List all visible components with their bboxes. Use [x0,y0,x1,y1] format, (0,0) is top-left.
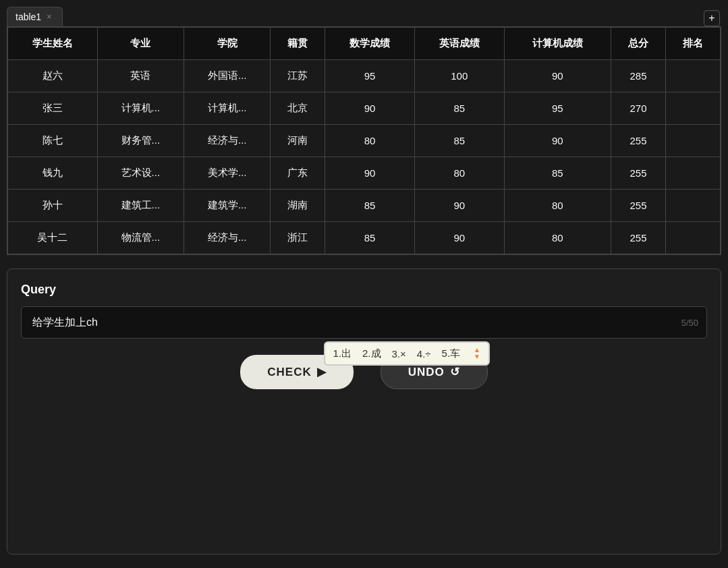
cell-5-5: 90 [414,222,504,254]
cell-4-2: 建筑学... [184,190,270,222]
cell-5-3: 浙江 [271,222,325,254]
undo-icon: ↺ [450,365,460,379]
col-header-college: 学院 [184,28,270,60]
cell-0-0: 赵六 [8,60,98,92]
query-input-wrapper: 5/50 [21,306,707,339]
cell-2-8 [665,125,720,157]
autocomplete-popup: 1.出 2.成 3.× 4.÷ 5.车 ▲ ▼ [324,341,490,366]
table-container: 学生姓名 专业 学院 籍贯 数学成绩 英语成绩 计算机成绩 总分 排名 赵六英语… [7,26,721,255]
cell-2-2: 经济与... [184,125,270,157]
cell-2-6: 90 [504,125,611,157]
cell-0-6: 90 [504,60,611,92]
char-count: 5/50 [681,318,698,328]
cell-5-6: 80 [504,222,611,254]
col-header-cs: 计算机成绩 [504,28,611,60]
cell-0-3: 江苏 [271,60,325,92]
cell-3-1: 艺术设... [97,157,184,190]
query-input[interactable] [32,316,666,329]
cell-1-5: 85 [414,92,504,125]
cell-3-5: 80 [414,157,504,190]
table-row: 钱九艺术设...美术学...广东908085255 [8,157,721,190]
col-header-rank: 排名 [665,28,720,60]
cell-3-4: 90 [325,157,415,190]
cell-3-8 [665,157,720,190]
cell-1-7: 270 [611,92,666,125]
undo-label: UNDO [408,366,445,379]
autocomplete-option-1[interactable]: 1.出 [333,347,352,360]
cell-3-7: 255 [611,157,666,190]
main-content: 学生姓名 专业 学院 籍贯 数学成绩 英语成绩 计算机成绩 总分 排名 赵六英语… [0,26,728,568]
cell-2-5: 85 [414,125,504,157]
cell-1-8 [665,92,720,125]
data-table: 学生姓名 专业 学院 籍贯 数学成绩 英语成绩 计算机成绩 总分 排名 赵六英语… [7,27,721,254]
cell-5-1: 物流管... [97,222,184,254]
table-row: 孙十建筑工...建筑学...湖南859080255 [8,190,721,222]
cell-1-1: 计算机... [97,92,184,125]
cell-5-0: 吴十二 [8,222,98,254]
cell-0-7: 285 [611,60,666,92]
cell-1-3: 北京 [271,92,325,125]
cell-0-5: 100 [414,60,504,92]
cell-4-6: 80 [504,190,611,222]
cell-2-0: 陈七 [8,125,98,157]
cell-4-8 [665,190,720,222]
cell-2-7: 255 [611,125,666,157]
cell-4-7: 255 [611,190,666,222]
col-header-major: 专业 [97,28,184,60]
cell-0-8 [665,60,720,92]
autocomplete-option-5[interactable]: 5.车 [442,347,461,360]
cell-3-3: 广东 [271,157,325,190]
cell-4-1: 建筑工... [97,190,184,222]
col-header-math: 数学成绩 [325,28,415,60]
tab-bar: table1 × + [0,0,728,26]
close-icon[interactable]: × [47,12,51,22]
cell-3-0: 钱九 [8,157,98,190]
cell-5-8 [665,222,720,254]
cell-5-4: 85 [325,222,415,254]
cell-3-2: 美术学... [184,157,270,190]
col-header-name: 学生姓名 [8,28,98,60]
check-label: CHECK [267,366,311,379]
query-label: Query [21,283,707,297]
cell-1-2: 计算机... [184,92,270,125]
cell-5-2: 经济与... [184,222,270,254]
cell-2-3: 河南 [271,125,325,157]
cell-1-4: 90 [325,92,415,125]
check-icon: ▶ [317,365,327,379]
cell-4-4: 85 [325,190,415,222]
table-row: 赵六英语外国语...江苏9510090285 [8,60,721,92]
table-row: 陈七财务管...经济与...河南808590255 [8,125,721,157]
table-header-row: 学生姓名 专业 学院 籍贯 数学成绩 英语成绩 计算机成绩 总分 排名 [8,28,721,60]
cell-5-7: 255 [611,222,666,254]
cell-3-6: 85 [504,157,611,190]
tab-table1[interactable]: table1 × [7,7,63,26]
autocomplete-option-3[interactable]: 3.× [392,348,406,360]
cell-0-4: 95 [325,60,415,92]
cell-4-3: 湖南 [271,190,325,222]
cell-0-2: 外国语... [184,60,270,92]
table-row: 张三计算机...计算机...北京908595270 [8,92,721,125]
cell-2-1: 财务管... [97,125,184,157]
cell-2-4: 80 [325,125,415,157]
autocomplete-arrows[interactable]: ▲ ▼ [474,347,480,360]
col-header-hometown: 籍贯 [271,28,325,60]
cell-4-5: 90 [414,190,504,222]
cell-0-1: 英语 [97,60,184,92]
tab-label: table1 [16,11,41,22]
add-tab-button[interactable]: + [704,10,720,26]
cell-1-0: 张三 [8,92,98,125]
col-header-total: 总分 [611,28,666,60]
cell-4-0: 孙十 [8,190,98,222]
cell-1-6: 95 [504,92,611,125]
autocomplete-option-4[interactable]: 4.÷ [417,348,431,360]
table-row: 吴十二物流管...经济与...浙江859080255 [8,222,721,254]
autocomplete-option-2[interactable]: 2.成 [362,347,381,360]
col-header-english: 英语成绩 [414,28,504,60]
query-section: Query 5/50 1.出 2.成 3.× 4.÷ 5.车 ▲ ▼ [7,268,721,555]
